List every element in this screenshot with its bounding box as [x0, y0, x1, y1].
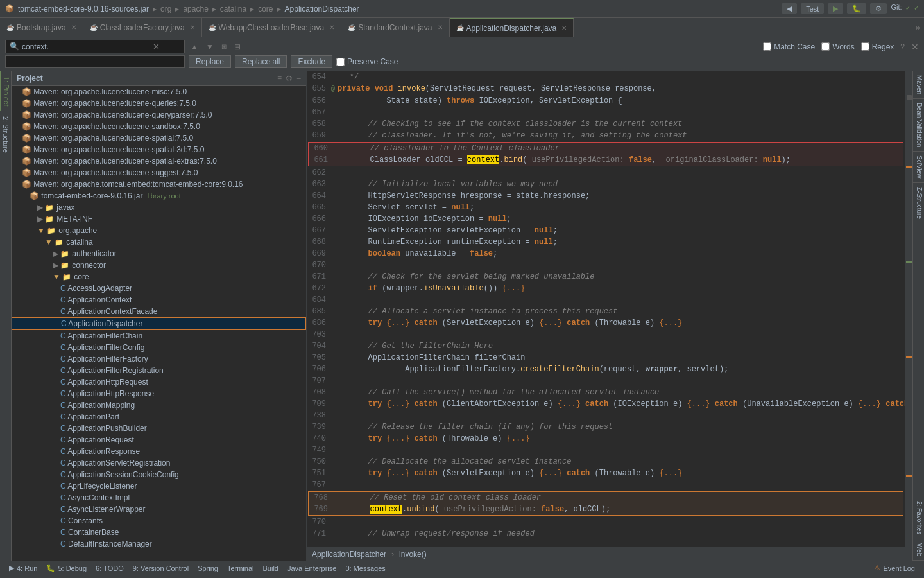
tree-folder-auth[interactable]: ▶ 📁authenticator: [12, 248, 306, 259]
words-label[interactable]: Words: [821, 42, 854, 51]
exclude-btn[interactable]: Exclude: [291, 55, 332, 68]
list-item[interactable]: C ContainerBase: [12, 527, 306, 538]
terminal-tab[interactable]: Terminal: [223, 561, 258, 575]
settings-btn[interactable]: ⚙: [870, 3, 887, 14]
tab-menu-btn[interactable]: »: [912, 22, 924, 32]
clear-search-btn[interactable]: ✕: [153, 42, 160, 51]
tree-folder-catalina[interactable]: ▼ 📁catalina: [12, 236, 306, 248]
list-item[interactable]: 📦 Maven: org.apache.lucene:lucene-queryp…: [12, 109, 306, 121]
list-item[interactable]: C AccessLogAdapter: [12, 283, 306, 294]
vcs-tab[interactable]: 9: Version Control: [129, 561, 193, 575]
debug-btn[interactable]: 🐛: [847, 3, 866, 14]
list-item[interactable]: C ApplicationServletRegistration: [12, 457, 306, 469]
list-item[interactable]: C ApplicationSessionCookieConfig: [12, 469, 306, 480]
list-item[interactable]: C ApplicationFilterFactory: [12, 353, 306, 365]
scroll-thumb[interactable]: [907, 95, 912, 100]
debug-tab[interactable]: 🐛 5: Debug: [42, 561, 90, 575]
preserve-case-label[interactable]: Preserve Case: [336, 57, 398, 66]
search-options-btn[interactable]: ⊞: [219, 42, 228, 51]
tab-webapp[interactable]: ☕ WebappClassLoaderBase.java ✕: [202, 18, 342, 37]
tree-folder-meta[interactable]: ▶ 📁META-INF: [12, 213, 306, 225]
tab-close-icon[interactable]: ✕: [438, 24, 443, 31]
tab-classloader[interactable]: ☕ ClassLoaderFactory.java ✕: [83, 18, 202, 37]
tab-dispatcher[interactable]: ☕ ApplicationDispatcher.java ✕: [450, 18, 574, 37]
tab-close-icon[interactable]: ✕: [190, 24, 195, 31]
find-input[interactable]: [22, 42, 150, 51]
tab-close-icon[interactable]: ✕: [329, 24, 334, 31]
regex-checkbox[interactable]: [861, 42, 869, 51]
sciview-tab[interactable]: SciView: [913, 152, 924, 182]
list-item[interactable]: C ApplicationHttpRequest: [12, 376, 306, 388]
tree-folder-core[interactable]: ▼ 📁core: [12, 271, 306, 283]
list-item[interactable]: 📦 Maven: org.apache.lucene:lucene-sugges…: [12, 167, 306, 179]
prev-match-btn[interactable]: ▲: [189, 42, 200, 52]
list-item[interactable]: 📦 Maven: org.apache.lucene:lucene-spatia…: [12, 144, 306, 155]
next-match-btn[interactable]: ▼: [204, 42, 216, 52]
run-tab[interactable]: ▶ 4: Run: [5, 561, 41, 575]
list-item[interactable]: C AprLifecycleListener: [12, 480, 306, 492]
structure-tab[interactable]: Z-Structure: [913, 183, 924, 223]
editor-scrollbar-gutter[interactable]: [905, 71, 912, 547]
run-config[interactable]: Test: [801, 3, 824, 14]
list-item[interactable]: 📦 Maven: org.apache.lucene:lucene-spatia…: [12, 132, 306, 144]
list-item[interactable]: 📦 tomcat-embed-core-9.0.16.jar library r…: [12, 190, 306, 202]
sidebar-menu-icon[interactable]: ≡: [277, 74, 282, 83]
tree-item-dispatcher[interactable]: C ApplicationDispatcher: [12, 317, 306, 330]
list-item[interactable]: C ApplicationPart: [12, 411, 306, 423]
code-content[interactable]: 654 */ 655 @ private void invoke (Servle…: [307, 71, 905, 547]
favorites-tab[interactable]: 2: Favorites: [913, 497, 924, 539]
list-item[interactable]: C AsyncListenerWrapper: [12, 504, 306, 515]
list-item[interactable]: 📦 Maven: org.apache.tomcat.embed:tomcat-…: [12, 179, 306, 190]
list-item[interactable]: C Constants: [12, 515, 306, 527]
list-item[interactable]: C ApplicationPushBuilder: [12, 423, 306, 434]
event-log-tab[interactable]: ⚠ Event Log: [870, 561, 919, 575]
regex-label[interactable]: Regex: [861, 42, 894, 51]
tab-bootstrap[interactable]: ☕ Bootstrap.java ✕: [0, 18, 83, 37]
list-item[interactable]: 📦 Maven: org.apache.lucene:lucene-spatia…: [12, 155, 306, 167]
list-item[interactable]: C ApplicationContextFacade: [12, 306, 306, 317]
replace-input[interactable]: [10, 57, 170, 66]
spring-tab[interactable]: Spring: [194, 561, 222, 575]
replace-all-btn[interactable]: Replace all: [235, 55, 287, 68]
back-btn[interactable]: ◀: [782, 3, 797, 14]
match-case-label[interactable]: Match Case: [763, 42, 815, 51]
tree-folder-connector[interactable]: ▶ 📁connector: [12, 259, 306, 271]
list-item[interactable]: C DefaultInstanceManager: [12, 538, 306, 550]
preserve-case-checkbox[interactable]: [336, 58, 345, 66]
search-bar: 🔍 ✕ ▲ ▼ ⊞ ⊟ Match Case Words Regex ? ✕: [0, 37, 924, 71]
project-panel-tab[interactable]: 1: Project: [0, 71, 12, 111]
close-search-btn[interactable]: ✕: [911, 42, 919, 52]
tab-standard[interactable]: ☕ StandardContext.java ✕: [341, 18, 449, 37]
sidebar-minus-icon[interactable]: −: [296, 74, 301, 83]
tab-close-icon[interactable]: ✕: [561, 24, 567, 31]
list-item[interactable]: 📦 Maven: org.apache.lucene:lucene-sandbo…: [12, 121, 306, 132]
list-item[interactable]: C ApplicationContext: [12, 294, 306, 306]
tree-folder-orgapache[interactable]: ▼ 📁org.apache: [12, 225, 306, 236]
build-tab[interactable]: Build: [259, 561, 282, 575]
list-item[interactable]: C ApplicationHttpResponse: [12, 388, 306, 399]
run-btn[interactable]: ▶: [828, 3, 843, 14]
tab-close-icon[interactable]: ✕: [71, 24, 76, 31]
web-tab[interactable]: Web: [913, 539, 924, 561]
sidebar-gear-icon[interactable]: ⚙: [286, 74, 293, 83]
list-item[interactable]: C ApplicationFilterChain: [12, 330, 306, 342]
tree-folder-javax[interactable]: ▶ 📁javax: [12, 202, 306, 213]
filter-btn[interactable]: ⊟: [232, 42, 243, 52]
maven-tab[interactable]: Maven: [913, 71, 924, 99]
list-item[interactable]: C ApplicationMapping: [12, 399, 306, 411]
replace-btn[interactable]: Replace: [189, 55, 231, 68]
list-item[interactable]: C ApplicationFilterRegistration: [12, 365, 306, 376]
list-item[interactable]: C ApplicationResponse: [12, 446, 306, 457]
list-item[interactable]: C ApplicationFilterConfig: [12, 342, 306, 353]
words-checkbox[interactable]: [821, 42, 830, 51]
bean-validation-tab[interactable]: Bean Validation: [913, 99, 924, 152]
list-item[interactable]: C AsyncContextImpl: [12, 492, 306, 504]
list-item[interactable]: C ApplicationRequest: [12, 434, 306, 446]
match-case-checkbox[interactable]: [763, 42, 771, 51]
structure-panel-tab[interactable]: 2: Structure: [1, 111, 11, 158]
list-item[interactable]: 📦 Maven: org.apache.lucene:lucene-querie…: [12, 98, 306, 109]
list-item[interactable]: 📦 Maven: org.apache.lucene:lucene-misc:7…: [12, 86, 306, 98]
messages-tab[interactable]: 0: Messages: [341, 561, 389, 575]
java-enterprise-tab[interactable]: Java Enterprise: [284, 561, 340, 575]
todo-tab[interactable]: 6: TODO: [92, 561, 128, 575]
